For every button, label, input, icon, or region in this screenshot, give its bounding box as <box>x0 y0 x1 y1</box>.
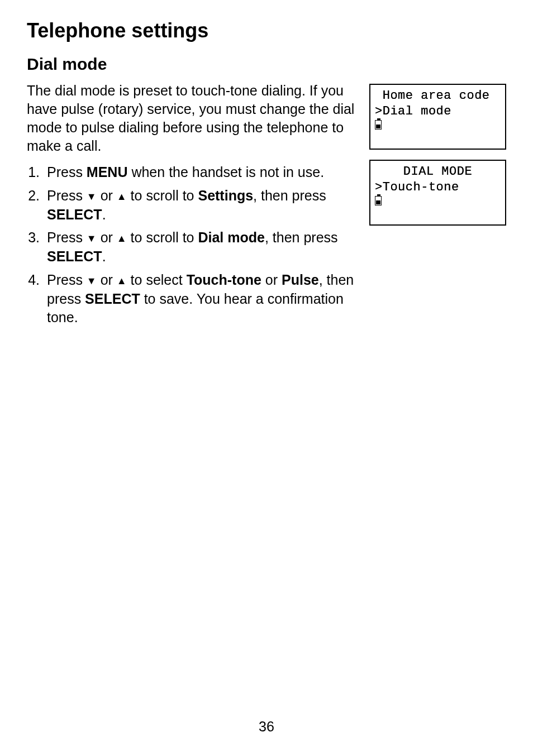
step-2: Press ▼ or ▲ to scroll to Settings, then… <box>44 186 356 224</box>
lcd-screen-2: DIAL MODE >Touch-tone <box>369 160 506 226</box>
settings-label: Settings <box>198 188 253 203</box>
step-1: Press MENU when the handset is not in us… <box>44 163 356 182</box>
pulse-label: Pulse <box>282 272 319 288</box>
select-label: SELECT <box>47 207 102 222</box>
select-label: SELECT <box>85 291 140 307</box>
text: or <box>97 229 117 245</box>
main-text-column: The dial mode is preset to touch-tone di… <box>27 82 356 332</box>
text: . <box>102 248 106 264</box>
text: Press <box>47 272 87 288</box>
text: , then press <box>265 229 338 245</box>
up-arrow-icon: ▲ <box>117 233 127 244</box>
up-arrow-icon: ▲ <box>117 275 127 286</box>
intro-paragraph: The dial mode is preset to touch-tone di… <box>27 82 356 155</box>
text: Press <box>47 229 87 245</box>
text: or <box>97 272 117 288</box>
text: or <box>261 272 282 288</box>
up-arrow-icon: ▲ <box>117 191 127 202</box>
lcd2-line1: DIAL MODE <box>375 164 501 180</box>
page-number: 36 <box>0 719 533 735</box>
step-4: Press ▼ or ▲ to select Touch-tone or Pul… <box>44 271 356 327</box>
section-heading: Dial mode <box>27 55 506 74</box>
down-arrow-icon: ▼ <box>87 233 97 244</box>
text: , then press <box>253 188 326 203</box>
select-label: SELECT <box>47 248 102 264</box>
lcd1-line2: >Dial mode <box>375 104 501 119</box>
step-3: Press ▼ or ▲ to scroll to Dial mode, the… <box>44 228 356 266</box>
down-arrow-icon: ▼ <box>87 275 97 286</box>
text: Press <box>47 164 87 180</box>
lcd1-line1: Home area code <box>375 88 501 104</box>
touch-tone-label: Touch-tone <box>187 272 261 288</box>
down-arrow-icon: ▼ <box>87 191 97 202</box>
menu-label: MENU <box>87 164 128 180</box>
text: when the handset is not in use. <box>127 164 324 180</box>
battery-icon <box>375 195 501 210</box>
steps-list: Press MENU when the handset is not in us… <box>27 163 356 327</box>
lcd2-line2: >Touch-tone <box>375 180 501 195</box>
battery-icon <box>375 119 501 135</box>
lcd-screens-column: Home area code >Dial mode DIAL MODE >Tou… <box>369 82 506 332</box>
page-title: Telephone settings <box>27 19 506 42</box>
text: or <box>97 188 117 203</box>
text: to select <box>127 272 187 288</box>
text: Press <box>47 188 87 203</box>
dial-mode-label: Dial mode <box>198 229 264 245</box>
text: to scroll to <box>127 229 198 245</box>
text: to scroll to <box>127 188 198 203</box>
lcd-screen-1: Home area code >Dial mode <box>369 84 506 150</box>
text: . <box>102 207 106 222</box>
